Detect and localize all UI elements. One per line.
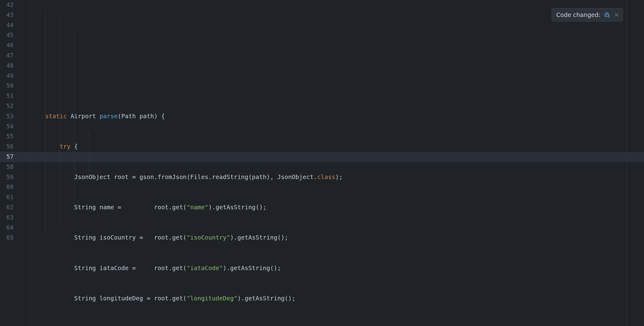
keyword-static: static xyxy=(45,113,67,120)
code-text: ).getAsString(); xyxy=(230,234,288,241)
string-literal: "isoCountry" xyxy=(187,234,230,241)
line-number: 44 xyxy=(0,20,14,31)
notification-label: Code changed: xyxy=(556,10,600,20)
code-text: { xyxy=(70,143,78,150)
line-number: 56 xyxy=(0,142,14,152)
code-text: ).getAsString(); xyxy=(208,204,266,211)
line-number: 65 xyxy=(0,233,14,243)
code-line: String name = root.get("name").getAsStri… xyxy=(45,203,644,213)
svg-point-0 xyxy=(605,14,608,16)
line-number: 52 xyxy=(0,101,14,111)
line-number: 60 xyxy=(0,182,14,192)
line-number: 47 xyxy=(0,51,14,61)
code-line: try { xyxy=(45,142,644,152)
line-number: 42 xyxy=(0,0,14,10)
code-text: String isoCountry = root.get( xyxy=(45,234,187,241)
method-name: parse xyxy=(100,113,118,120)
line-number: 53 xyxy=(0,111,14,122)
line-number: 58 xyxy=(0,162,14,172)
line-number: 62 xyxy=(0,203,14,213)
code-area[interactable]: static Airport parse(Path path) { try { … xyxy=(30,0,644,326)
line-number: 48 xyxy=(0,61,14,71)
string-literal: "iataCode" xyxy=(187,265,223,272)
type-name: Airport xyxy=(67,113,100,120)
indent-guide xyxy=(60,20,60,223)
line-number: 57 xyxy=(0,152,14,162)
line-number: 63 xyxy=(0,213,14,223)
line-number-gutter: 42 43 44 45 46 47 48 49 50 51 52 53 54 5… xyxy=(0,0,19,326)
code-text: String longitudeDeg = root.get( xyxy=(45,295,187,302)
debug-icon[interactable] xyxy=(604,11,610,18)
keyword-try: try xyxy=(60,143,70,150)
line-number: 64 xyxy=(0,223,14,233)
code-line: String latitudeDeg = root.get("latitudeD… xyxy=(45,324,644,326)
code-text: ).getAsString(); xyxy=(223,265,281,272)
close-icon[interactable] xyxy=(613,12,620,18)
line-number: 55 xyxy=(0,132,14,142)
line-number: 45 xyxy=(0,30,14,40)
string-literal: "longitudeDeg" xyxy=(187,295,237,302)
code-text: ); xyxy=(335,173,342,181)
code-changed-notification[interactable]: Code changed: xyxy=(552,8,623,22)
code-line: String longitudeDeg = root.get("longitud… xyxy=(45,294,644,304)
line-number: 61 xyxy=(0,192,14,203)
code-text: JsonObject root = gson.fromJson(Files.re… xyxy=(45,173,317,181)
code-text: String iataCode = root.get( xyxy=(45,265,187,272)
line-number: 46 xyxy=(0,40,14,51)
code-line: static Airport parse(Path path) { xyxy=(45,111,644,122)
code-line: String iataCode = root.get("iataCode").g… xyxy=(45,263,644,274)
code-text: String name = root.get( xyxy=(45,204,187,211)
code-editor[interactable]: 42 43 44 45 46 47 48 49 50 51 52 53 54 5… xyxy=(0,0,644,326)
code-text xyxy=(45,143,60,150)
keyword-class: class xyxy=(317,173,336,181)
string-literal: "name" xyxy=(187,204,208,211)
code-line: JsonObject root = gson.fromJson(Files.re… xyxy=(45,172,644,182)
indent-guide xyxy=(45,10,45,233)
code-line xyxy=(45,81,644,91)
line-number: 49 xyxy=(0,71,14,81)
line-number: 54 xyxy=(0,122,14,132)
code-text: ).getAsString(); xyxy=(237,295,295,302)
code-line: String isoCountry = root.get("isoCountry… xyxy=(45,233,644,243)
code-text: (Path path) { xyxy=(118,113,165,120)
line-number: 50 xyxy=(0,81,14,91)
fold-column xyxy=(19,0,30,326)
line-number: 51 xyxy=(0,91,14,101)
line-number: 59 xyxy=(0,172,14,182)
line-number: 43 xyxy=(0,10,14,20)
